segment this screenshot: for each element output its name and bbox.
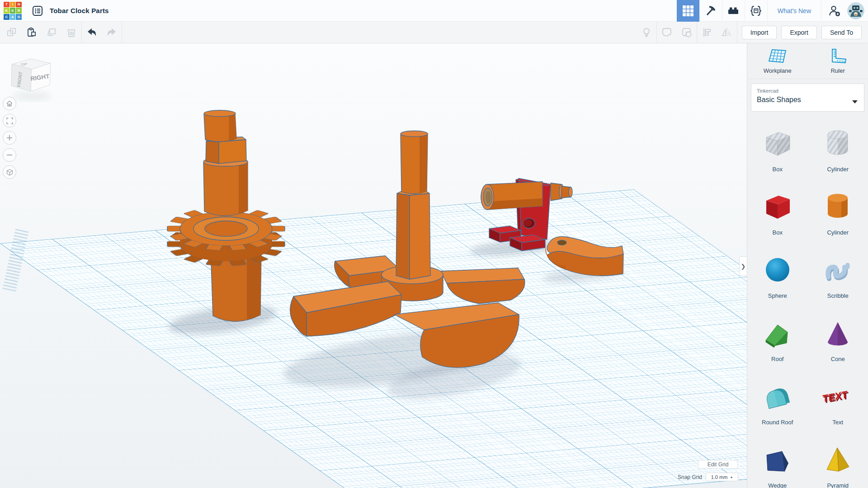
chevron-right-icon: ❯: [741, 263, 746, 270]
shape-label: Text: [832, 419, 843, 426]
svg-text:TEXT: TEXT: [822, 389, 848, 404]
logo-letter: K: [4, 8, 9, 14]
chevron-down-icon: [852, 100, 858, 103]
logo-letter: N: [16, 2, 22, 8]
align-button[interactable]: [697, 22, 717, 43]
orange-pin-part: [481, 182, 572, 210]
cylinder-striped-icon: [821, 127, 854, 160]
show-all-bulb-button[interactable]: [637, 22, 656, 43]
shape-label: Scribble: [827, 292, 849, 299]
cone-icon: [821, 317, 854, 349]
shape-item-scribble[interactable]: Scribble: [808, 253, 868, 317]
dashboard-grid-button[interactable]: [677, 0, 699, 22]
shape-item-box-hole[interactable]: Box: [747, 127, 808, 190]
wedge-icon: [761, 443, 794, 476]
zoom-in-button[interactable]: [3, 131, 16, 145]
logo-letter: T: [4, 2, 9, 8]
workplane-icon: [768, 48, 788, 65]
snap-grid-value: 1.0 mm: [711, 474, 728, 480]
shape-library-select[interactable]: Tinkercad Basic Shapes: [751, 84, 864, 112]
mirror-button[interactable]: [717, 22, 737, 43]
shape-item-box[interactable]: Box: [747, 190, 808, 253]
delete-button[interactable]: [61, 22, 81, 43]
panel-tools-row: Workplane Ruler: [747, 43, 868, 79]
caret-up-icon: ▲: [730, 475, 733, 479]
logo-letter: I: [10, 2, 16, 8]
scribble-icon: [821, 253, 854, 286]
group-button[interactable]: [657, 22, 677, 43]
library-value: Basic Shapes: [757, 96, 859, 104]
lego-brick-button[interactable]: [722, 0, 745, 22]
minecraft-pickaxe-button[interactable]: [699, 0, 722, 22]
round-roof-icon: [761, 380, 794, 413]
library-kicker: Tinkercad: [757, 88, 859, 94]
curved-arm-part: [545, 236, 623, 276]
3d-viewport[interactable]: TOP FRONT RIGHT: [0, 43, 747, 488]
model-parts[interactable]: [0, 43, 747, 488]
avatar[interactable]: [847, 2, 864, 19]
duplicate-button[interactable]: [42, 22, 61, 43]
paste-button[interactable]: [22, 22, 42, 43]
shape-label: Cylinder: [827, 229, 849, 236]
pyramid-icon: [821, 443, 854, 476]
snap-grid-row: Snap Grid 1.0 mm ▲: [678, 473, 738, 481]
shape-item-cylinder-hole[interactable]: Cylinder: [808, 127, 868, 190]
codeblocks-button[interactable]: [745, 0, 767, 22]
send-to-button[interactable]: Send To: [821, 26, 862, 39]
fit-view-button[interactable]: [3, 114, 16, 127]
export-button[interactable]: Export: [781, 26, 816, 39]
ruler-tool[interactable]: Ruler: [808, 43, 868, 79]
edit-grid-button[interactable]: Edit Grid: [698, 460, 738, 469]
top-navbar: T I N K E R C A D Tobar Clock Parts: [0, 0, 868, 22]
ruler-label: Ruler: [831, 67, 845, 74]
snap-grid-select[interactable]: 1.0 mm ▲: [706, 473, 738, 481]
logo-letter: E: [10, 8, 16, 14]
redo-button[interactable]: [102, 22, 122, 43]
shape-item-cone[interactable]: Cone: [808, 317, 868, 380]
document-title[interactable]: Tobar Clock Parts: [50, 7, 109, 14]
shape-item-round-roof[interactable]: Round Roof: [747, 380, 808, 443]
ruler-icon: [829, 48, 847, 65]
shape-item-wedge[interactable]: Wedge: [747, 443, 808, 488]
shape-label: Roof: [771, 356, 783, 362]
import-button[interactable]: Import: [742, 26, 777, 39]
shape-label: Round Roof: [762, 419, 793, 426]
panel-collapse-tab[interactable]: ❯: [739, 256, 747, 276]
zoom-out-button[interactable]: [3, 148, 16, 162]
ungroup-button[interactable]: [677, 22, 697, 43]
shape-label: Sphere: [768, 292, 787, 299]
logo-letter: A: [10, 14, 16, 20]
shape-item-cylinder[interactable]: Cylinder: [808, 190, 868, 253]
home-view-button[interactable]: [3, 97, 16, 110]
design-menu-icon[interactable]: [32, 5, 43, 17]
shape-label: Wedge: [768, 482, 787, 488]
add-person-button[interactable]: [821, 0, 847, 22]
snap-grid-label: Snap Grid: [678, 474, 702, 480]
cylinder-orange-icon: [821, 190, 854, 223]
shape-label: Box: [773, 166, 783, 173]
shape-item-pyramid[interactable]: Pyramid: [808, 443, 868, 488]
shape-label: Cone: [831, 356, 845, 362]
shape-item-text[interactable]: TEXT TEXT Text: [808, 380, 868, 443]
main-area: TOP FRONT RIGHT: [0, 43, 868, 488]
tinkercad-logo[interactable]: T I N K E R C A D: [4, 2, 22, 20]
gear-shaft-part: [167, 110, 285, 322]
undo-button[interactable]: [82, 22, 102, 43]
shape-label: Cylinder: [827, 166, 849, 173]
navbar-right: What's New: [677, 0, 868, 22]
shape-item-sphere[interactable]: Sphere: [747, 253, 808, 317]
workplane-tool[interactable]: Workplane: [747, 43, 808, 79]
edit-toolbar: Import Export Send To: [0, 22, 868, 43]
workplane-label: Workplane: [764, 67, 792, 74]
whats-new-link[interactable]: What's New: [767, 0, 821, 22]
box-red-icon: [761, 190, 794, 223]
toolbar-divider: [122, 22, 122, 43]
toolbar-divider: [737, 22, 737, 43]
shape-label: Pyramid: [827, 482, 849, 488]
shape-gallery: Box Cylinder Box: [747, 112, 868, 488]
shape-item-roof[interactable]: Roof: [747, 317, 808, 380]
viewport-controls: [3, 93, 18, 183]
copy-button[interactable]: [2, 22, 22, 43]
logo-letter: R: [16, 8, 22, 14]
perspective-toggle-button[interactable]: [3, 165, 16, 179]
